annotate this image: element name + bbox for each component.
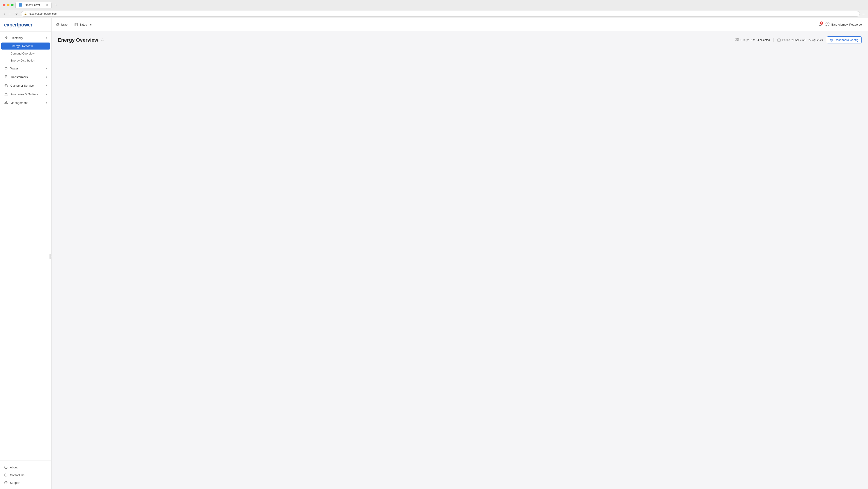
svg-rect-31 bbox=[737, 38, 739, 39]
tab-favicon bbox=[19, 3, 22, 6]
sidebar-item-water[interactable]: Water ▾ bbox=[0, 64, 51, 73]
droplet-icon bbox=[4, 66, 8, 70]
reload-button[interactable]: ↻ bbox=[14, 11, 19, 16]
browser-controls bbox=[3, 4, 13, 6]
chevron-down-icon-management: ▾ bbox=[46, 101, 47, 104]
sidebar-sub-label-energy-distribution: Energy Distribution bbox=[10, 59, 35, 62]
user-name: Bartholomew Petteerson bbox=[831, 23, 864, 26]
svg-line-11 bbox=[6, 102, 7, 103]
contact-us-label: Contact Us bbox=[10, 473, 24, 477]
toolbar-period[interactable]: Period 28 Apr 2022 - 27 Apr 2024 bbox=[777, 38, 823, 42]
sidebar-footer-support[interactable]: Support bbox=[0, 479, 51, 487]
sidebar-logo: expertpower bbox=[0, 18, 51, 32]
svg-point-43 bbox=[831, 41, 832, 41]
notification-badge: 8 bbox=[820, 22, 823, 25]
minimize-dot[interactable] bbox=[7, 4, 9, 6]
header-company[interactable]: Satec Inc bbox=[74, 23, 92, 26]
dashboard-config-button[interactable]: Dashboard Config bbox=[827, 36, 862, 44]
tab-close-button[interactable]: ✕ bbox=[46, 4, 48, 6]
sidebar-item-customer-service[interactable]: Customer Service ▾ bbox=[0, 81, 51, 90]
svg-point-20 bbox=[57, 23, 59, 26]
sidebar-sub-item-energy-distribution[interactable]: Energy Distribution bbox=[0, 57, 51, 64]
chevron-down-icon: ▾ bbox=[46, 36, 47, 39]
sidebar-nav: Electricity ▾ Energy Overview Demand Ove… bbox=[0, 32, 51, 460]
chevron-down-icon-transformers: ▾ bbox=[46, 76, 47, 79]
support-label: Support bbox=[10, 481, 20, 485]
svg-point-8 bbox=[5, 103, 5, 104]
page-warning-icon[interactable] bbox=[100, 38, 104, 42]
clock-icon bbox=[4, 473, 8, 477]
calendar-icon bbox=[777, 38, 781, 42]
toolbar-separator bbox=[773, 38, 774, 42]
svg-rect-0 bbox=[5, 75, 6, 76]
plug-icon bbox=[4, 75, 8, 79]
svg-point-19 bbox=[57, 23, 59, 26]
sidebar: expertpower Electricity ▾ Energy Overvie… bbox=[0, 18, 52, 489]
header-location[interactable]: Israel bbox=[56, 23, 68, 26]
address-bar[interactable]: 🔒 https://expertpower.com bbox=[21, 11, 860, 17]
warning-icon bbox=[4, 92, 8, 96]
browser-more-button[interactable]: ⋯ bbox=[862, 12, 865, 16]
browser-chrome: Expert Power ✕ + ‹ › ↻ 🔒 https://expertp… bbox=[0, 0, 868, 18]
sidebar-item-management[interactable]: Management ▾ bbox=[0, 98, 51, 107]
toolbar-groups[interactable]: Groups 6 of 84 selected bbox=[735, 38, 770, 42]
lock-icon: 🔒 bbox=[24, 12, 27, 16]
help-icon bbox=[4, 481, 8, 485]
sidebar-footer: About Contact Us bbox=[0, 460, 51, 489]
sidebar-label-customer-service: Customer Service bbox=[10, 84, 43, 87]
sidebar-item-transformers[interactable]: Transformers ▾ bbox=[0, 73, 51, 81]
sidebar-footer-contact[interactable]: Contact Us bbox=[0, 471, 51, 479]
location-text: Israel bbox=[61, 23, 68, 26]
period-label: Period bbox=[782, 38, 790, 41]
page-title: Energy Overview bbox=[58, 37, 98, 43]
svg-rect-23 bbox=[75, 23, 78, 26]
sidebar-item-electricity[interactable]: Electricity ▾ bbox=[0, 33, 51, 42]
page-toolbar: Groups 6 of 84 selected Period 28 Apr 20… bbox=[735, 36, 862, 44]
svg-point-41 bbox=[831, 39, 831, 39]
browser-titlebar: Expert Power ✕ + bbox=[0, 0, 868, 10]
svg-rect-34 bbox=[777, 39, 781, 41]
svg-rect-3 bbox=[5, 86, 5, 86]
app-logo: expertpower bbox=[4, 22, 47, 28]
company-text: Satec Inc bbox=[79, 23, 92, 26]
groups-icon bbox=[735, 38, 739, 42]
sidebar-footer-about[interactable]: About bbox=[0, 463, 51, 471]
triangle-warning-icon bbox=[100, 38, 104, 42]
svg-rect-30 bbox=[736, 38, 737, 39]
svg-rect-32 bbox=[736, 40, 737, 41]
dashboard-config-label: Dashboard Config bbox=[835, 38, 858, 41]
sidebar-item-anomalies[interactable]: Anomalies & Outliers ▾ bbox=[0, 90, 51, 98]
network-icon bbox=[4, 100, 8, 105]
sidebar-collapse-handle[interactable]: ‹ bbox=[50, 254, 52, 259]
sidebar-sub-item-demand-overview[interactable]: Demand Overview bbox=[0, 50, 51, 57]
forward-button[interactable]: › bbox=[8, 11, 12, 16]
svg-rect-4 bbox=[7, 86, 7, 86]
bell-button[interactable]: 8 bbox=[818, 22, 823, 27]
app-container: expertpower Electricity ▾ Energy Overvie… bbox=[0, 18, 868, 489]
header-user[interactable]: Bartholomew Petteerson bbox=[825, 22, 864, 27]
svg-rect-33 bbox=[737, 40, 739, 41]
sidebar-label-anomalies: Anomalies & Outliers bbox=[10, 92, 43, 96]
page-content: Energy Overview bbox=[52, 31, 868, 489]
page-title-actions bbox=[100, 38, 104, 42]
browser-nav: ‹ › ↻ 🔒 https://expertpower.com ⋯ bbox=[0, 10, 868, 18]
svg-point-17 bbox=[4, 481, 7, 484]
person-icon bbox=[826, 23, 829, 26]
svg-point-9 bbox=[7, 103, 8, 104]
sidebar-label-transformers: Transformers bbox=[10, 75, 43, 79]
about-label: About bbox=[10, 466, 18, 469]
sidebar-sub-item-energy-overview[interactable]: Energy Overview bbox=[1, 42, 50, 50]
main-content: Israel · Satec Inc 8 bbox=[52, 18, 868, 489]
sidebar-sub-label-demand-overview: Demand Overview bbox=[10, 52, 35, 55]
close-dot[interactable] bbox=[3, 4, 5, 6]
svg-rect-1 bbox=[6, 75, 7, 76]
new-tab-button[interactable]: + bbox=[53, 3, 59, 7]
svg-point-6 bbox=[6, 95, 6, 95]
svg-line-10 bbox=[5, 102, 6, 103]
sidebar-label-water: Water bbox=[10, 67, 43, 70]
maximize-dot[interactable] bbox=[11, 4, 13, 6]
back-button[interactable]: ‹ bbox=[3, 11, 6, 16]
url-text: https://expertpower.com bbox=[28, 12, 57, 16]
logo-part2: power bbox=[18, 22, 32, 28]
browser-tab[interactable]: Expert Power ✕ bbox=[16, 2, 52, 8]
